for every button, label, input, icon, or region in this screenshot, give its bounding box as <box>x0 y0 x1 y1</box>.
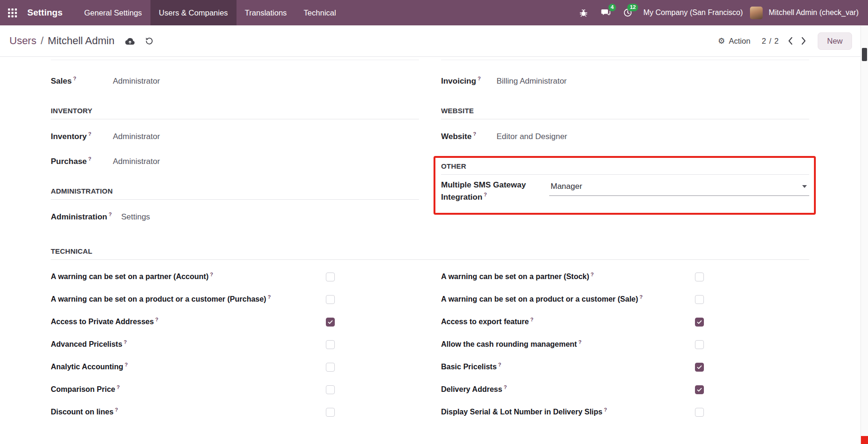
help-icon[interactable]: ? <box>88 131 92 137</box>
field-value[interactable]: Administrator <box>113 132 160 141</box>
activities-clock-icon[interactable]: 12 <box>619 4 636 21</box>
user-name: Mitchell Admin (check_var) <box>767 8 860 17</box>
field-purchase: Purchase? Administrator <box>51 149 419 174</box>
help-icon[interactable]: ? <box>639 294 643 300</box>
menu-translations[interactable]: Translations <box>237 0 295 25</box>
setting-checkbox[interactable] <box>695 340 704 349</box>
help-icon[interactable]: ? <box>268 294 271 300</box>
setting-checkbox[interactable] <box>695 295 704 304</box>
discard-refresh-icon[interactable] <box>145 37 154 46</box>
section-divider <box>441 60 809 60</box>
help-icon[interactable]: ? <box>530 317 534 322</box>
technical-setting-row: Access to export feature? <box>441 311 809 333</box>
debug-bug-icon[interactable] <box>575 4 592 21</box>
breadcrumb: Users / Mitchell Admin <box>9 35 114 47</box>
help-icon[interactable]: ? <box>115 407 118 413</box>
setting-checkbox[interactable] <box>695 385 704 394</box>
setting-label: A warning can be set on a product or a c… <box>51 294 326 304</box>
help-icon[interactable]: ? <box>604 407 607 413</box>
new-button[interactable]: New <box>818 32 852 50</box>
section-title: INVENTORY <box>51 107 419 119</box>
help-icon[interactable]: ? <box>124 339 127 345</box>
setting-label: A warning can be set on a partner (Stock… <box>441 271 695 282</box>
setting-label-text: Basic Pricelists <box>441 363 497 371</box>
help-icon[interactable]: ? <box>478 76 481 81</box>
help-icon[interactable]: ? <box>591 272 594 277</box>
setting-checkbox[interactable] <box>695 408 704 417</box>
help-icon[interactable]: ? <box>578 339 582 345</box>
menu-users-companies[interactable]: Users & Companies <box>150 0 237 25</box>
setting-label: Allow the cash rounding management? <box>441 339 695 350</box>
help-icon[interactable]: ? <box>73 76 76 81</box>
technical-setting-row: Delivery Address? <box>441 378 809 401</box>
menu-technical[interactable]: Technical <box>295 0 345 25</box>
breadcrumb-current: Mitchell Admin <box>48 35 115 47</box>
scrollbar-thumb[interactable] <box>862 48 867 61</box>
setting-label: Access to export feature? <box>441 316 695 327</box>
field-value[interactable]: Administrator <box>113 157 160 166</box>
pager: 2 / 2 <box>762 37 806 46</box>
setting-checkbox[interactable] <box>326 340 335 349</box>
setting-checkbox[interactable] <box>326 408 335 417</box>
field-value[interactable]: Administrator <box>113 77 160 86</box>
sms-gateway-dropdown[interactable]: Manager <box>549 180 809 196</box>
action-label: Action <box>729 37 750 46</box>
setting-checkbox[interactable] <box>326 273 335 281</box>
field-label: Multiple SMS Gateway Integration? <box>441 179 540 203</box>
setting-checkbox[interactable] <box>695 363 704 372</box>
setting-label-text: A warning can be set on a product or a c… <box>441 296 638 304</box>
form-sheet: Sales? Administrator INVENTORY Inventory… <box>0 57 868 423</box>
vertical-scrollbar[interactable] <box>860 25 868 444</box>
setting-label-text: Display Serial & Lot Number in Delivery … <box>441 408 602 416</box>
pager-value[interactable]: 2 / 2 <box>762 37 779 46</box>
help-icon[interactable]: ? <box>498 362 501 367</box>
gear-icon: ⚙ <box>718 37 725 45</box>
section-other: OTHER Multiple SMS Gateway Integration? … <box>441 162 809 204</box>
action-menu-button[interactable]: ⚙ Action <box>718 37 750 46</box>
technical-setting-row: Comparison Price? <box>51 378 419 401</box>
setting-label-text: Access to Private Addresses <box>51 318 154 326</box>
messages-icon[interactable]: 4 <box>597 4 614 21</box>
pager-previous-icon[interactable] <box>788 37 793 45</box>
field-value[interactable]: Billing Administrator <box>497 77 567 86</box>
setting-label-text: Discount on lines <box>51 408 113 416</box>
section-divider <box>51 60 419 60</box>
field-label: Website? <box>441 131 487 142</box>
setting-checkbox[interactable] <box>695 318 704 327</box>
field-value[interactable]: Settings <box>121 212 150 222</box>
setting-label: Basic Pricelists? <box>441 361 695 372</box>
setting-label-text: Access to export feature <box>441 318 529 326</box>
help-icon[interactable]: ? <box>473 131 476 137</box>
setting-checkbox[interactable] <box>326 318 335 327</box>
activities-badge: 12 <box>627 4 638 11</box>
help-icon[interactable]: ? <box>155 317 158 322</box>
setting-checkbox[interactable] <box>326 363 335 372</box>
setting-label: Discount on lines? <box>51 406 326 417</box>
user-avatar <box>750 7 763 19</box>
menu-general-settings[interactable]: General Settings <box>76 0 150 25</box>
technical-setting-row: A warning can be set on a partner (Accou… <box>51 265 419 288</box>
help-icon[interactable]: ? <box>117 384 120 390</box>
setting-checkbox[interactable] <box>326 295 335 304</box>
pager-next-icon[interactable] <box>801 37 806 45</box>
company-switcher[interactable]: My Company (San Francisco) <box>641 8 745 17</box>
field-value[interactable]: Editor and Designer <box>497 132 567 141</box>
setting-label-text: A warning can be set on a partner (Accou… <box>51 273 208 281</box>
help-icon[interactable]: ? <box>125 362 128 367</box>
section-website: WEBSITE Website? Editor and Designer <box>441 107 809 149</box>
setting-checkbox[interactable] <box>326 385 335 394</box>
setting-checkbox[interactable] <box>695 273 704 281</box>
app-title[interactable]: Settings <box>24 0 76 25</box>
setting-label-text: Comparison Price <box>51 386 115 394</box>
technical-setting-row: Display Serial & Lot Number in Delivery … <box>441 401 809 423</box>
help-icon[interactable]: ? <box>210 272 213 277</box>
setting-label: Access to Private Addresses? <box>51 316 326 327</box>
help-icon[interactable]: ? <box>109 211 112 217</box>
help-icon[interactable]: ? <box>504 384 507 390</box>
user-menu[interactable]: Mitchell Admin (check_var) <box>750 7 860 19</box>
help-icon[interactable]: ? <box>484 192 487 197</box>
breadcrumb-users-link[interactable]: Users <box>9 35 36 47</box>
help-icon[interactable]: ? <box>88 156 92 162</box>
apps-grid-icon[interactable] <box>0 0 24 25</box>
save-cloud-icon[interactable] <box>125 37 135 46</box>
